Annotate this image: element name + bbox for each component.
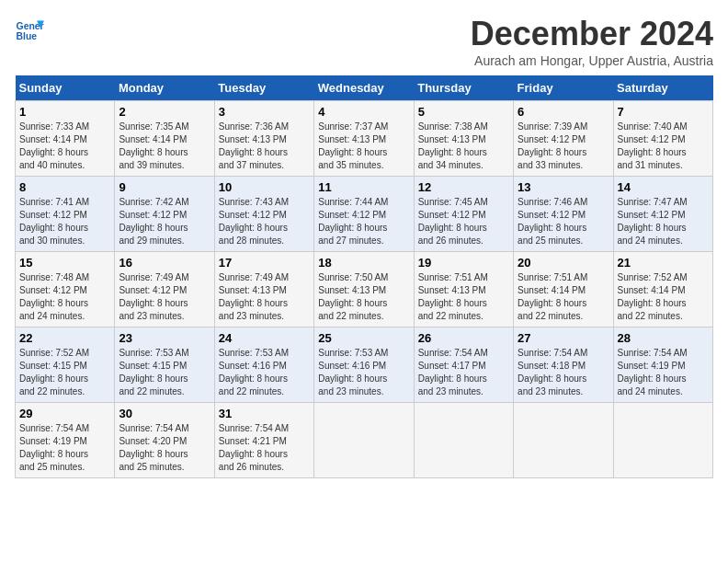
day-number: 25 <box>318 331 409 345</box>
col-sunday: Sunday <box>16 75 115 101</box>
day-number: 9 <box>119 180 210 194</box>
logo: General Blue <box>15 15 44 44</box>
day-number: 13 <box>518 180 609 194</box>
calendar-cell <box>613 403 712 478</box>
day-info: Sunrise: 7:51 AM Sunset: 4:13 PM Dayligh… <box>418 271 509 323</box>
calendar-cell: 1 Sunrise: 7:33 AM Sunset: 4:14 PM Dayli… <box>16 101 115 177</box>
day-info: Sunrise: 7:53 AM Sunset: 4:16 PM Dayligh… <box>219 347 310 398</box>
col-tuesday: Tuesday <box>214 75 313 101</box>
title-section: December 2024 Aurach am Hongar, Upper Au… <box>471 15 713 68</box>
calendar-row: 15 Sunrise: 7:48 AM Sunset: 4:12 PM Dayl… <box>16 252 713 327</box>
calendar-cell: 14 Sunrise: 7:47 AM Sunset: 4:12 PM Dayl… <box>613 177 712 252</box>
day-number: 7 <box>618 105 709 119</box>
day-info: Sunrise: 7:52 AM Sunset: 4:15 PM Dayligh… <box>19 347 110 398</box>
calendar-table: Sunday Monday Tuesday Wednesday Thursday… <box>15 75 713 478</box>
day-number: 30 <box>119 407 210 420</box>
day-info: Sunrise: 7:41 AM Sunset: 4:12 PM Dayligh… <box>19 196 110 247</box>
calendar-cell: 28 Sunrise: 7:54 AM Sunset: 4:19 PM Dayl… <box>613 327 712 403</box>
day-info: Sunrise: 7:46 AM Sunset: 4:12 PM Dayligh… <box>518 196 609 247</box>
day-info: Sunrise: 7:39 AM Sunset: 4:12 PM Dayligh… <box>518 121 609 172</box>
day-info: Sunrise: 7:53 AM Sunset: 4:16 PM Dayligh… <box>318 347 409 398</box>
day-number: 17 <box>219 256 310 270</box>
calendar-cell: 23 Sunrise: 7:53 AM Sunset: 4:15 PM Dayl… <box>115 327 214 403</box>
svg-text:Blue: Blue <box>17 31 38 41</box>
day-info: Sunrise: 7:38 AM Sunset: 4:13 PM Dayligh… <box>418 121 509 172</box>
calendar-cell: 10 Sunrise: 7:43 AM Sunset: 4:12 PM Dayl… <box>214 177 313 252</box>
day-number: 22 <box>19 331 110 345</box>
day-number: 31 <box>219 407 310 420</box>
day-info: Sunrise: 7:54 AM Sunset: 4:19 PM Dayligh… <box>618 347 709 398</box>
calendar-cell: 24 Sunrise: 7:53 AM Sunset: 4:16 PM Dayl… <box>214 327 313 403</box>
day-number: 5 <box>418 105 509 119</box>
day-info: Sunrise: 7:40 AM Sunset: 4:12 PM Dayligh… <box>618 121 709 172</box>
day-info: Sunrise: 7:45 AM Sunset: 4:12 PM Dayligh… <box>418 196 509 247</box>
day-number: 23 <box>119 331 210 345</box>
logo-icon: General Blue <box>15 15 44 44</box>
day-number: 10 <box>219 180 310 194</box>
day-number: 2 <box>119 105 210 119</box>
calendar-cell <box>414 403 513 478</box>
day-number: 16 <box>119 256 210 270</box>
day-number: 11 <box>318 180 409 194</box>
day-number: 3 <box>219 105 310 119</box>
day-number: 19 <box>418 256 509 270</box>
calendar-cell: 9 Sunrise: 7:42 AM Sunset: 4:12 PM Dayli… <box>115 177 214 252</box>
calendar-cell: 27 Sunrise: 7:54 AM Sunset: 4:18 PM Dayl… <box>514 327 613 403</box>
calendar-row: 22 Sunrise: 7:52 AM Sunset: 4:15 PM Dayl… <box>16 327 713 403</box>
calendar-cell: 2 Sunrise: 7:35 AM Sunset: 4:14 PM Dayli… <box>115 101 214 177</box>
calendar-cell: 4 Sunrise: 7:37 AM Sunset: 4:13 PM Dayli… <box>314 101 414 177</box>
calendar-cell: 6 Sunrise: 7:39 AM Sunset: 4:12 PM Dayli… <box>514 101 613 177</box>
day-number: 12 <box>418 180 509 194</box>
day-info: Sunrise: 7:54 AM Sunset: 4:19 PM Dayligh… <box>19 422 110 474</box>
calendar-cell: 15 Sunrise: 7:48 AM Sunset: 4:12 PM Dayl… <box>16 252 115 327</box>
page-header: General Blue December 2024 Aurach am Hon… <box>15 15 713 68</box>
day-number: 21 <box>618 256 709 270</box>
day-info: Sunrise: 7:33 AM Sunset: 4:14 PM Dayligh… <box>19 121 110 172</box>
calendar-cell: 5 Sunrise: 7:38 AM Sunset: 4:13 PM Dayli… <box>414 101 513 177</box>
day-number: 1 <box>19 105 110 119</box>
day-info: Sunrise: 7:43 AM Sunset: 4:12 PM Dayligh… <box>219 196 310 247</box>
col-wednesday: Wednesday <box>314 75 414 101</box>
day-number: 28 <box>618 331 709 345</box>
calendar-cell: 8 Sunrise: 7:41 AM Sunset: 4:12 PM Dayli… <box>16 177 115 252</box>
calendar-cell <box>314 403 414 478</box>
day-info: Sunrise: 7:53 AM Sunset: 4:15 PM Dayligh… <box>119 347 210 398</box>
day-info: Sunrise: 7:35 AM Sunset: 4:14 PM Dayligh… <box>119 121 210 172</box>
day-info: Sunrise: 7:44 AM Sunset: 4:12 PM Dayligh… <box>318 196 409 247</box>
day-number: 29 <box>19 407 110 420</box>
day-number: 4 <box>318 105 409 119</box>
calendar-cell: 22 Sunrise: 7:52 AM Sunset: 4:15 PM Dayl… <box>16 327 115 403</box>
col-saturday: Saturday <box>613 75 712 101</box>
day-number: 15 <box>19 256 110 270</box>
day-number: 27 <box>518 331 609 345</box>
calendar-cell: 12 Sunrise: 7:45 AM Sunset: 4:12 PM Dayl… <box>414 177 513 252</box>
calendar-cell: 13 Sunrise: 7:46 AM Sunset: 4:12 PM Dayl… <box>514 177 613 252</box>
calendar-cell: 20 Sunrise: 7:51 AM Sunset: 4:14 PM Dayl… <box>514 252 613 327</box>
col-monday: Monday <box>115 75 214 101</box>
day-info: Sunrise: 7:49 AM Sunset: 4:13 PM Dayligh… <box>219 271 310 323</box>
calendar-cell: 11 Sunrise: 7:44 AM Sunset: 4:12 PM Dayl… <box>314 177 414 252</box>
calendar-cell: 19 Sunrise: 7:51 AM Sunset: 4:13 PM Dayl… <box>414 252 513 327</box>
day-info: Sunrise: 7:48 AM Sunset: 4:12 PM Dayligh… <box>19 271 110 323</box>
day-info: Sunrise: 7:36 AM Sunset: 4:13 PM Dayligh… <box>219 121 310 172</box>
day-info: Sunrise: 7:42 AM Sunset: 4:12 PM Dayligh… <box>119 196 210 247</box>
calendar-cell: 26 Sunrise: 7:54 AM Sunset: 4:17 PM Dayl… <box>414 327 513 403</box>
month-title: December 2024 <box>471 15 713 53</box>
calendar-cell: 31 Sunrise: 7:54 AM Sunset: 4:21 PM Dayl… <box>214 403 313 478</box>
calendar-cell: 3 Sunrise: 7:36 AM Sunset: 4:13 PM Dayli… <box>214 101 313 177</box>
calendar-cell <box>514 403 613 478</box>
day-number: 14 <box>618 180 709 194</box>
day-info: Sunrise: 7:50 AM Sunset: 4:13 PM Dayligh… <box>318 271 409 323</box>
header-row: Sunday Monday Tuesday Wednesday Thursday… <box>16 75 713 101</box>
day-info: Sunrise: 7:54 AM Sunset: 4:20 PM Dayligh… <box>119 422 210 474</box>
day-number: 24 <box>219 331 310 345</box>
calendar-cell: 17 Sunrise: 7:49 AM Sunset: 4:13 PM Dayl… <box>214 252 313 327</box>
day-info: Sunrise: 7:49 AM Sunset: 4:12 PM Dayligh… <box>119 271 210 323</box>
location-title: Aurach am Hongar, Upper Austria, Austria <box>471 53 713 68</box>
day-info: Sunrise: 7:51 AM Sunset: 4:14 PM Dayligh… <box>518 271 609 323</box>
calendar-row: 1 Sunrise: 7:33 AM Sunset: 4:14 PM Dayli… <box>16 101 713 177</box>
day-number: 6 <box>518 105 609 119</box>
col-thursday: Thursday <box>414 75 513 101</box>
day-info: Sunrise: 7:54 AM Sunset: 4:18 PM Dayligh… <box>518 347 609 398</box>
calendar-cell: 25 Sunrise: 7:53 AM Sunset: 4:16 PM Dayl… <box>314 327 414 403</box>
